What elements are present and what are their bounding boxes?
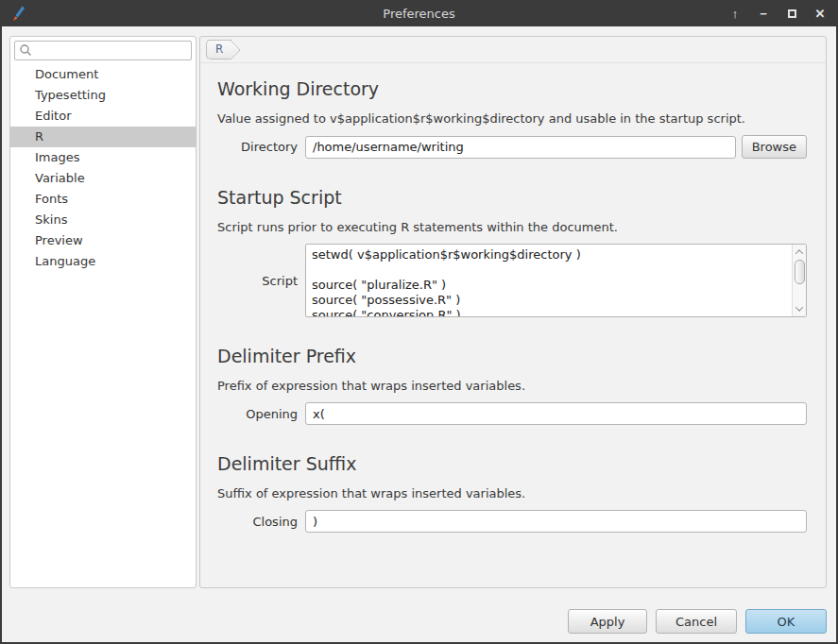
scroll-down-icon[interactable]	[793, 302, 806, 315]
delimiter-prefix-heading: Delimiter Prefix	[217, 346, 826, 366]
script-label: Script	[217, 274, 298, 288]
directory-input[interactable]	[305, 136, 736, 159]
rollup-icon: ↑	[732, 7, 739, 21]
opening-row: Opening	[217, 402, 807, 425]
sidebar-item-images[interactable]: Images	[10, 147, 196, 168]
sidebar-item-editor[interactable]: Editor	[10, 106, 196, 127]
browse-button[interactable]: Browse	[742, 135, 807, 159]
script-scrollbar[interactable]	[792, 245, 806, 316]
script-editor[interactable]: setwd( v$application$r$working$directory…	[305, 244, 807, 317]
delimiter-prefix-description: Prefix of expression that wraps inserted…	[217, 379, 805, 393]
working-directory-description: Value assigned to v$application$r$workin…	[217, 111, 805, 126]
script-row: Script setwd( v$application$r$working$di…	[217, 244, 807, 317]
breadcrumb-item-r[interactable]: R	[206, 40, 231, 59]
rollup-button[interactable]: ↑	[723, 2, 747, 25]
closing-delimiter-input[interactable]	[305, 510, 807, 533]
maximize-button[interactable]	[779, 2, 804, 25]
opening-delimiter-input[interactable]	[305, 402, 807, 425]
ok-button[interactable]: OK	[745, 609, 827, 634]
sidebar-item-r[interactable]: R	[10, 127, 196, 147]
closing-row: Closing	[217, 510, 807, 533]
opening-label: Opening	[217, 407, 298, 421]
sidebar: Document Typesetting Editor R Images Var…	[9, 36, 197, 588]
sidebar-item-skins[interactable]: Skins	[10, 210, 196, 230]
settings-content-panel: R Working Directory Value assigned to v$…	[199, 36, 827, 588]
sidebar-item-document[interactable]: Document	[10, 64, 196, 85]
sidebar-item-typesetting[interactable]: Typesetting	[10, 85, 196, 106]
breadcrumb: R	[200, 37, 826, 63]
window-controls: ↑ − ✕	[723, 0, 832, 26]
app-pen-icon	[8, 4, 26, 23]
maximize-icon	[788, 9, 796, 18]
closing-label: Closing	[217, 515, 298, 529]
search-input[interactable]	[14, 41, 192, 60]
directory-row: Directory Browse	[217, 135, 807, 159]
scrollbar-thumb[interactable]	[795, 260, 805, 284]
sidebar-item-fonts[interactable]: Fonts	[10, 189, 196, 210]
working-directory-heading: Working Directory	[217, 78, 826, 99]
startup-script-description: Script runs prior to executing R stateme…	[217, 220, 805, 234]
delimiter-suffix-heading: Delimiter Suffix	[217, 453, 826, 474]
main-area: Document Typesetting Editor R Images Var…	[2, 26, 836, 642]
sidebar-item-preview[interactable]: Preview	[10, 230, 196, 251]
window-title: Preferences	[0, 7, 838, 21]
close-button[interactable]: ✕	[808, 2, 832, 25]
dialog-footer: Apply Cancel OK	[2, 609, 836, 634]
close-icon: ✕	[815, 7, 826, 21]
delimiter-suffix-description: Suffix of expression that wraps inserted…	[217, 486, 805, 500]
script-text[interactable]: setwd( v$application$r$working$directory…	[306, 245, 791, 316]
sidebar-item-variable[interactable]: Variable	[10, 168, 196, 189]
titlebar: Preferences ↑ − ✕	[0, 0, 838, 26]
directory-label: Directory	[217, 140, 298, 154]
minimize-icon: −	[760, 7, 767, 21]
cancel-button[interactable]: Cancel	[656, 609, 737, 634]
scroll-up-icon[interactable]	[793, 246, 806, 259]
apply-button[interactable]: Apply	[568, 609, 647, 634]
startup-script-heading: Startup Script	[217, 187, 826, 208]
preferences-window: Preferences ↑ − ✕	[0, 0, 838, 644]
settings-category-list: Document Typesetting Editor R Images Var…	[10, 64, 196, 587]
search-icon	[19, 43, 32, 57]
minimize-button[interactable]: −	[751, 2, 776, 25]
sidebar-item-language[interactable]: Language	[10, 251, 196, 272]
search-wrap	[14, 41, 192, 60]
